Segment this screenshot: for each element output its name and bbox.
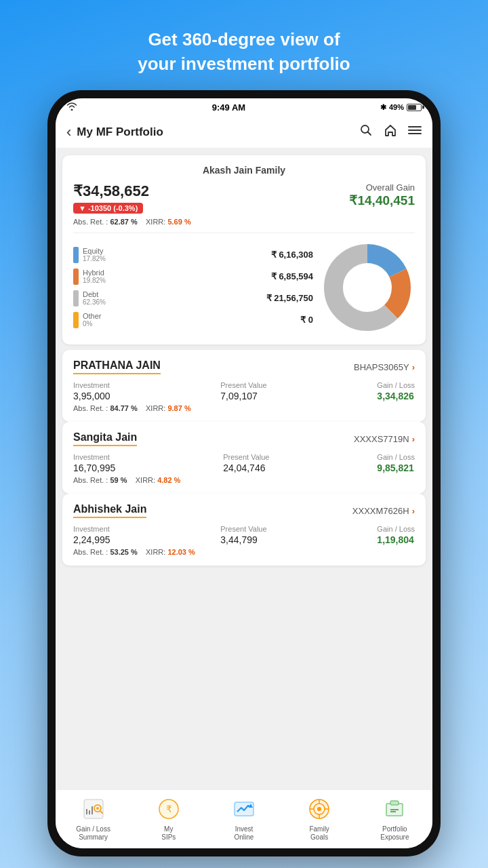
- gain-loss-value: 3,34,826: [377, 391, 415, 401]
- present-value-value: 24,04,746: [223, 462, 269, 473]
- member-id[interactable]: XXXXM7626H ›: [352, 506, 415, 516]
- status-time: 9:49 AM: [212, 102, 245, 113]
- legend-label: Hybrid: [83, 269, 106, 277]
- legend-pct: 17.82%: [83, 255, 106, 262]
- xirr-label: XIRR:: [136, 476, 155, 484]
- legend-dot: [73, 269, 79, 285]
- xirr-value: 12.03 %: [167, 548, 195, 556]
- donut-chart: [320, 240, 415, 335]
- phone-frame: 9:49 AM ✱ 49% ‹ My MF Portfolio: [47, 90, 441, 856]
- gain-loss-value: 9,85,821: [377, 462, 415, 473]
- portfolio-top: ₹34,58,652 ▼ -10350 (-0.3%) Abs. Ret. : …: [73, 182, 415, 233]
- investment-col: Investment 3,95,000: [73, 381, 110, 401]
- legend: Equity 17.82% ₹ 6,16,308 Hybrid 19.82% ₹…: [73, 240, 313, 335]
- bottom-nav-label-1: MySIPs: [161, 825, 176, 842]
- member-ret: Abs. Ret. : 53.25 % XIRR: 12.03 %: [73, 548, 415, 556]
- svg-point-21: [317, 807, 321, 811]
- family-name: Akash Jain Family: [73, 165, 415, 176]
- overall-gain-label: Overall Gain: [349, 182, 415, 193]
- status-right: ✱ 49%: [380, 103, 422, 112]
- present-value-label: Present Value: [223, 453, 269, 461]
- home-icon[interactable]: [384, 123, 397, 140]
- bottom-nav-item-family-goals[interactable]: FamilyGoals: [296, 795, 343, 842]
- member-header: PRATHANA JAIN BHAPS3065Y ›: [73, 359, 415, 376]
- investment-value: 3,95,000: [73, 391, 110, 401]
- legend-dot: [73, 247, 79, 263]
- chevron-right-icon: ›: [412, 506, 415, 516]
- present-value-value: 3,44,799: [220, 534, 266, 545]
- legend-label: Debt: [83, 290, 106, 298]
- legend-pct: 62.36%: [83, 298, 106, 306]
- bottom-nav-item-gain-/-loss-summary[interactable]: Gain / LossSummary: [70, 795, 117, 842]
- bottom-nav-item-invest-online[interactable]: InvestOnline: [220, 795, 268, 842]
- present-value-col: Present Value 24,04,746: [223, 453, 269, 473]
- bottom-nav-icon-2: [230, 795, 258, 823]
- bottom-nav-label-0: Gain / LossSummary: [76, 825, 110, 842]
- svg-rect-1: [408, 126, 422, 127]
- legend-dot: [73, 290, 79, 307]
- present-value-value: 7,09,107: [220, 391, 266, 401]
- members-container: PRATHANA JAIN BHAPS3065Y › Investment 3,…: [62, 350, 426, 566]
- legend-label: Equity: [83, 247, 106, 255]
- member-stats: Investment 2,24,995 Present Value 3,44,7…: [73, 525, 415, 545]
- member-stats: Investment 3,95,000 Present Value 7,09,1…: [73, 381, 415, 401]
- svg-point-14: [96, 807, 99, 810]
- xirr-value: 9.87 %: [167, 404, 190, 412]
- abs-ret-value: 84.77 %: [110, 404, 137, 412]
- gain-loss-label: Gain / Loss: [377, 381, 415, 389]
- member-name: PRATHANA JAIN: [73, 359, 161, 374]
- present-value-label: Present Value: [220, 381, 266, 389]
- member-header: Abhishek Jain XXXXM7626H ›: [73, 503, 415, 519]
- portfolio-right: Overall Gain ₹14,40,451: [349, 182, 415, 208]
- header-text: Get 360-degree view of your investment p…: [97, 0, 390, 90]
- nav-left: ‹ My MF Portfolio: [66, 123, 163, 141]
- back-button[interactable]: ‹: [66, 123, 71, 141]
- xirr-value: 5.69 %: [167, 218, 190, 226]
- abs-ret-label: Abs. Ret. :: [73, 404, 108, 412]
- member-card-1: Sangita Jain XXXXS7719N › Investment 16,…: [62, 422, 426, 494]
- gain-loss-col: Gain / Loss 1,19,804: [377, 525, 415, 545]
- investment-label: Investment: [73, 525, 110, 533]
- bottom-nav-label-4: PortfolioExposure: [380, 825, 409, 842]
- bottom-nav-item-my-sips[interactable]: ₹ MySIPs: [145, 795, 192, 842]
- present-value-col: Present Value 3,44,799: [220, 525, 266, 545]
- bluetooth-icon: ✱: [380, 103, 386, 112]
- member-card-0: PRATHANA JAIN BHAPS3065Y › Investment 3,…: [62, 350, 426, 422]
- member-card-2: Abhishek Jain XXXXM7626H › Investment 2,…: [62, 494, 426, 566]
- gain-loss-col: Gain / Loss 3,34,826: [377, 381, 415, 401]
- member-ret: Abs. Ret. : 84.77 % XIRR: 9.87 %: [73, 404, 415, 412]
- search-icon[interactable]: [359, 123, 373, 140]
- portfolio-left: ₹34,58,652 ▼ -10350 (-0.3%) Abs. Ret. : …: [73, 182, 191, 226]
- investment-value: 2,24,995: [73, 534, 110, 545]
- bottom-nav-icon-4: [381, 795, 408, 823]
- investment-label: Investment: [73, 453, 115, 461]
- gain-loss-label: Gain / Loss: [377, 525, 415, 533]
- svg-rect-27: [390, 801, 399, 805]
- change-badge: ▼ -10350 (-0.3%): [73, 203, 143, 214]
- investment-value: 16,70,995: [73, 462, 115, 473]
- battery-label: 49%: [389, 103, 404, 111]
- chevron-right-icon: ›: [412, 434, 415, 444]
- member-id[interactable]: XXXXS7719N ›: [354, 434, 415, 444]
- legend-item-debt: Debt 62.36% ₹ 21,56,750: [73, 290, 313, 307]
- member-name: Abhishek Jain: [73, 503, 146, 518]
- bottom-nav-icon-1: ₹: [155, 795, 182, 823]
- member-ret: Abs. Ret. : 59 % XIRR: 4.82 %: [73, 476, 415, 484]
- present-value-col: Present Value 7,09,107: [220, 381, 266, 401]
- bottom-nav-item-portfolio-exposure[interactable]: PortfolioExposure: [371, 795, 418, 842]
- svg-rect-2: [408, 130, 422, 131]
- menu-icon[interactable]: [408, 123, 422, 140]
- member-id[interactable]: BHAPS3065Y ›: [354, 362, 415, 372]
- svg-text:₹: ₹: [165, 804, 171, 814]
- legend-amount: ₹ 6,85,594: [271, 271, 313, 281]
- bottom-nav: Gain / LossSummary ₹ MySIPs InvestOnline…: [56, 789, 432, 848]
- member-header: Sangita Jain XXXXS7719N ›: [73, 431, 415, 448]
- member-stats: Investment 16,70,995 Present Value 24,04…: [73, 453, 415, 473]
- abs-ret-value: 62.87 %: [110, 218, 137, 226]
- chart-section: Equity 17.82% ₹ 6,16,308 Hybrid 19.82% ₹…: [73, 240, 415, 335]
- legend-amount: ₹ 21,56,750: [266, 293, 313, 303]
- abs-ret-label: Abs. Ret. :: [73, 218, 108, 226]
- xirr-label: XIRR:: [146, 404, 165, 412]
- abs-ret-row: Abs. Ret. : 62.87 % XIRR: 5.69 %: [73, 218, 191, 226]
- legend-amount: ₹ 0: [300, 315, 313, 325]
